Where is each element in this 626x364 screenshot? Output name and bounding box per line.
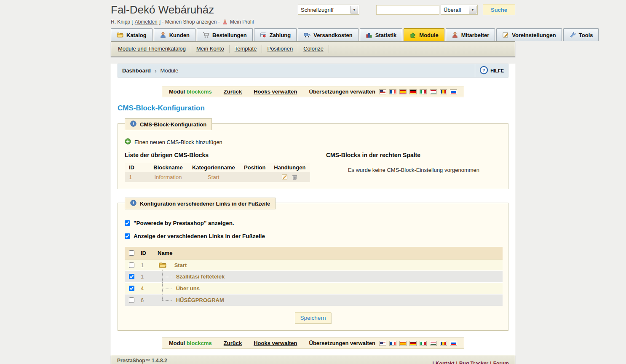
tab-statistik[interactable]: Statistik — [360, 28, 403, 41]
puzzle-icon — [409, 32, 416, 38]
tab-versandkosten[interactable]: Versandkosten — [298, 28, 358, 41]
submenu-item-template[interactable]: Template — [230, 45, 262, 53]
main-tabs: Katalog Kunden Bestellungen Zahlung Vers… — [111, 28, 515, 41]
tree-connector — [158, 283, 174, 294]
page-link-name[interactable]: Szállítási feltételek — [176, 273, 225, 280]
select-all-checkbox[interactable] — [129, 250, 134, 256]
flag-de-icon[interactable] — [409, 341, 417, 346]
tab-zahlung[interactable]: Zahlung — [254, 28, 297, 41]
add-cms-block-link[interactable]: Einen neuen CMS-Block hinzufügen — [125, 138, 502, 146]
folder-icon — [117, 32, 123, 38]
save-button[interactable]: Speichern — [295, 312, 332, 324]
prestashop-version: PrestaShop™ 1.4.8.2 — [117, 358, 167, 364]
search-button[interactable]: Suche — [483, 4, 515, 15]
legend-text: CMS-Block-Konfiguration — [140, 121, 206, 128]
cms-blocks-table: ID Blockname Kategorienname Position Han… — [125, 163, 310, 182]
add-link-label: Einen neuen CMS-Block hinzufügen — [134, 139, 222, 145]
col-header-id: ID — [125, 163, 149, 172]
flag-ro-icon[interactable] — [440, 89, 447, 94]
cms-block-config-fieldset: i CMS-Block-Konfiguration Einen neuen CM… — [118, 123, 508, 189]
legend-text: Konfiguration verschiedener Links in der… — [140, 201, 270, 207]
flag-es-icon[interactable] — [399, 341, 407, 346]
translation-flags — [379, 341, 457, 346]
powered-by-checkbox[interactable] — [125, 220, 130, 226]
submenu-item-mein-konto[interactable]: Mein Konto — [191, 45, 230, 53]
svg-text:i: i — [133, 201, 134, 205]
tab-bestellungen[interactable]: Bestellungen — [197, 28, 253, 41]
flag-fr-icon[interactable] — [389, 89, 396, 94]
profile-link[interactable]: Mein Profil — [230, 19, 254, 25]
submenu-item-positionen[interactable]: Positionen — [262, 45, 298, 53]
flag-fr-icon[interactable] — [389, 341, 396, 346]
row-checkbox[interactable] — [129, 286, 134, 291]
bug-tracker-link[interactable]: Bug Tracker — [459, 361, 488, 364]
forum-link[interactable]: Forum — [493, 361, 509, 364]
submenu-item-colorize[interactable]: Colorize — [298, 45, 329, 53]
tree-connector — [158, 271, 174, 282]
col-header-actions: Handlungen — [270, 163, 310, 172]
table-row: 1 Szállítási feltételek — [125, 271, 503, 283]
delete-icon[interactable] — [292, 174, 298, 180]
cell-id: 1 — [138, 271, 155, 283]
flag-si-icon[interactable] — [450, 89, 457, 94]
col-header-position: Position — [240, 163, 270, 172]
flag-us-icon[interactable] — [379, 89, 386, 94]
cell-id: 6 — [138, 294, 155, 306]
chevron-down-icon: ▼ — [350, 6, 358, 13]
logout-link[interactable]: Abmelden — [135, 19, 158, 25]
breadcrumb-dashboard[interactable]: Dashboard — [122, 67, 151, 74]
search-input[interactable] — [376, 5, 439, 15]
col-header-category: Kategorienname — [187, 163, 240, 172]
search-scope-select[interactable]: Überall ▼ — [441, 5, 478, 15]
flag-es-icon[interactable] — [399, 89, 407, 94]
page-link-name[interactable]: HŰSÉGPROGRAM — [176, 297, 224, 303]
kontakt-link[interactable]: Kontakt — [436, 361, 455, 364]
tab-tools[interactable]: Tools — [563, 28, 599, 41]
row-checkbox[interactable] — [129, 262, 134, 268]
flag-hu-icon[interactable] — [430, 341, 437, 346]
manage-hooks-link[interactable]: Hooks verwalten — [254, 340, 297, 346]
flag-hu-icon[interactable] — [430, 89, 437, 94]
tab-label: Versandkosten — [313, 32, 353, 38]
tab-label: Kunden — [169, 32, 190, 38]
flag-de-icon[interactable] — [409, 89, 417, 94]
tab-kunden[interactable]: Kunden — [154, 28, 195, 41]
manage-hooks-link[interactable]: Hooks verwalten — [254, 88, 297, 95]
row-checkbox[interactable] — [129, 297, 134, 303]
manage-translations-label: Übersetzungen verwalten — [309, 88, 376, 95]
user-icon — [222, 19, 228, 25]
help-icon: ? — [479, 66, 488, 76]
folder-open-icon — [158, 262, 167, 268]
flag-ro-icon[interactable] — [440, 341, 447, 346]
flag-us-icon[interactable] — [379, 341, 386, 346]
tab-label: Bestellungen — [212, 32, 247, 38]
show-links-checkbox[interactable] — [125, 233, 130, 239]
submenu-item-module-und-themenkatalog[interactable]: Module und Themenkatalog — [113, 45, 191, 53]
row-checkbox[interactable] — [129, 274, 134, 279]
footer-separator: | — [433, 361, 434, 364]
help-button[interactable]: ? HILFE — [475, 64, 504, 77]
back-link[interactable]: Zurück — [224, 340, 242, 346]
page-link-name[interactable]: Start — [174, 262, 187, 268]
flag-si-icon[interactable] — [450, 341, 457, 346]
tab-katalog[interactable]: Katalog — [111, 28, 152, 41]
preferences-icon — [502, 32, 509, 38]
table-row: 1 Information Start — [125, 172, 310, 182]
breadcrumb-current: Module — [161, 67, 179, 74]
flag-it-icon[interactable] — [420, 341, 427, 346]
page-link-name[interactable]: Über uns — [176, 285, 200, 292]
tab-mitarbeiter[interactable]: Mitarbeiter — [446, 28, 495, 41]
svg-text:i: i — [133, 122, 134, 126]
cell-name: Szállítási feltételek — [155, 271, 503, 283]
cell-id: 1 — [138, 260, 155, 271]
tab-module[interactable]: Module — [404, 28, 444, 41]
fieldset-legend: i CMS-Block-Konfiguration — [125, 118, 212, 130]
tab-voreinstellungen[interactable]: Voreinstellungen — [496, 28, 562, 41]
quick-access-select[interactable]: Schnellzugriff ▼ — [298, 5, 359, 15]
customer-icon — [160, 32, 166, 38]
flag-it-icon[interactable] — [420, 89, 427, 94]
edit-icon[interactable] — [281, 174, 288, 180]
module-name: blockcms — [187, 88, 212, 95]
truck-icon — [304, 32, 310, 38]
back-link[interactable]: Zurück — [224, 88, 242, 95]
